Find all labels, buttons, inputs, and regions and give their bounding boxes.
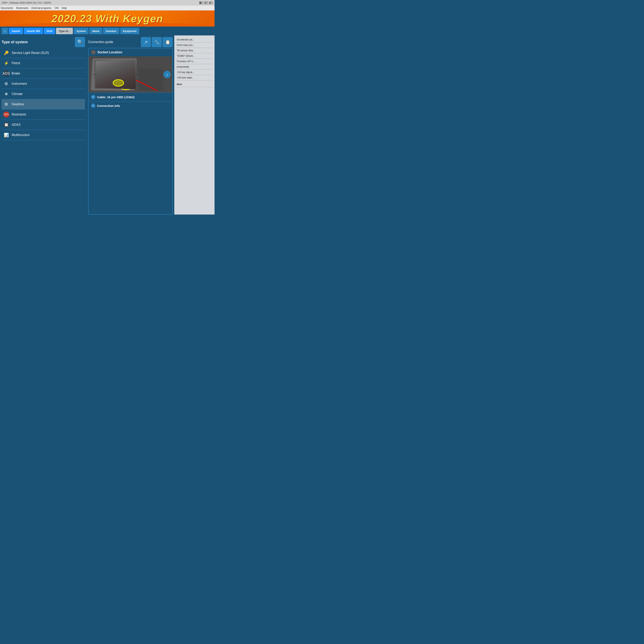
menu-help[interactable]: Help <box>62 7 67 9</box>
list-item-restraints[interactable]: SRS Restraints <box>2 109 85 120</box>
brake-label: Brake <box>12 72 20 75</box>
list-item-petrol[interactable]: ⚡ Petrol <box>2 58 85 68</box>
center-panel: Connection guide ↗ 🔧 📋 − Socket Location <box>87 35 174 215</box>
right-item-0[interactable]: Accelerator pe... <box>176 37 213 42</box>
main-content: Type of system 🔍 🔑 Service Light Reset (… <box>0 35 215 215</box>
tab-name[interactable]: Name <box>89 28 102 34</box>
brake-icon: ADS <box>3 70 9 76</box>
socket-image <box>89 56 172 93</box>
slr-label: Service Light Reset (SLR) <box>12 51 49 55</box>
tab-2018[interactable]: 2018 <box>44 28 55 34</box>
left-panel: Type of system 🔍 🔑 Service Light Reset (… <box>0 35 87 215</box>
notes-icon: 📋 <box>165 40 170 44</box>
system-list: 🔑 Service Light Reset (SLR) ⚡ Petrol ADS… <box>0 48 87 140</box>
conn-plus-icon[interactable]: + <box>91 103 95 108</box>
search-button[interactable]: 🔍 <box>75 37 85 47</box>
adas-label: ADAS <box>12 123 21 127</box>
gearbox-icon: ⚙ <box>3 101 9 107</box>
menu-documents[interactable]: Documents <box>1 7 13 9</box>
right-item-7[interactable]: +30 fuse state... <box>176 75 213 81</box>
multifunction-label: Multifunction <box>12 133 30 137</box>
action-buttons: ↗ 🔧 📋 <box>141 37 173 47</box>
restraints-icon: SRS <box>3 111 9 118</box>
tab-system[interactable]: System <box>74 28 89 34</box>
list-item-multifunction[interactable]: 📊 Multifunction <box>2 130 85 140</box>
export-button[interactable]: ↗ <box>141 37 151 47</box>
list-item-climate[interactable]: ❄ Climate <box>2 89 85 99</box>
restraints-label: Restraints <box>12 113 26 116</box>
list-item-slr[interactable]: 🔑 Service Light Reset (SLR) <box>2 48 85 58</box>
instrument-icon: ⚙ <box>3 81 9 87</box>
tab-type-of[interactable]: Type of... <box>56 28 73 34</box>
conn-info-text: Connection info <box>97 104 120 107</box>
connection-guide-title: Connection guide <box>88 40 113 44</box>
expand-icon[interactable]: ⤢ <box>204 1 208 4</box>
tab-gearbox[interactable]: Gearbox <box>103 28 119 34</box>
back-button[interactable]: ‹ <box>2 28 8 34</box>
center-header: Connection guide ↗ 🔧 📋 <box>88 35 173 48</box>
right-item-1[interactable]: Immo keys pro... <box>176 42 213 48</box>
socket-image-container: › <box>89 56 172 93</box>
gearbox-label: Gearbox <box>12 102 24 106</box>
export-icon: ↗ <box>144 40 148 44</box>
section-title: Type of system <box>2 40 73 44</box>
instrument-label: Instrument <box>12 82 27 86</box>
list-item-adas[interactable]: 🔲 ADAS <box>2 120 85 130</box>
menu-external-programs[interactable]: External programs <box>32 7 51 9</box>
right-panel: Accelerator pe... Immo keys pro... Tilt … <box>174 35 215 215</box>
multifunction-icon: 📊 <box>3 132 9 138</box>
petrol-icon: ⚡ <box>3 60 9 66</box>
right-item-2[interactable]: Tilt sensor disa... <box>176 48 213 53</box>
slr-icon: 🔑 <box>3 50 9 56</box>
adas-icon: 🔲 <box>3 122 9 128</box>
connection-box: − Socket Location <box>88 48 173 215</box>
banner-text: 2020.23 With Keygen <box>52 12 163 25</box>
search-icon: 🔍 <box>77 39 83 45</box>
tools-button[interactable]: 🔧 <box>152 37 162 47</box>
right-item-3[interactable]: "EOBD" (Electr... <box>176 53 213 59</box>
tab-equipment[interactable]: Equipment <box>120 28 139 34</box>
svg-point-5 <box>119 83 132 90</box>
climate-icon: ❄ <box>3 91 9 97</box>
right-item-6[interactable]: +15 key signal... <box>176 70 213 75</box>
climate-label: Climate <box>12 92 23 96</box>
right-item-4[interactable]: 'Function UP' k... <box>176 59 213 64</box>
list-item-gearbox[interactable]: ⚙ Gearbox <box>2 99 85 109</box>
chevron-up-icon[interactable]: ∧ <box>209 1 213 4</box>
next-label[interactable]: Next <box>176 81 213 87</box>
svg-rect-1 <box>91 58 137 91</box>
tab-abarth-500[interactable]: Abarth 500 <box>24 28 43 34</box>
nav-arrow-right[interactable]: › <box>163 71 171 78</box>
cable-plus-icon[interactable]: + <box>91 95 95 99</box>
socket-title: Socket Location <box>97 51 122 54</box>
cable-info: + Cable: 16 pin OBD (J1962) <box>89 93 172 101</box>
title-bar: CDP+ | Release 2020 (2020.23) | VCI: 100… <box>0 0 215 6</box>
tab-abarth[interactable]: Abarth <box>9 28 23 34</box>
menu-bar: Documents Bookmarks External programs VI… <box>0 6 215 10</box>
socket-location-header: − Socket Location <box>89 48 172 56</box>
left-panel-header: Type of system 🔍 <box>0 35 87 48</box>
socket-minus-icon: − <box>91 50 96 55</box>
menu-vin[interactable]: VIN <box>55 7 59 9</box>
cable-text: Cable: 16 pin OBD (J1962) <box>97 95 135 99</box>
petrol-label: Petrol <box>12 61 20 65</box>
conn-info: + Connection info <box>89 101 172 110</box>
svg-rect-2 <box>95 60 135 89</box>
grid-icon[interactable]: ⊞ <box>199 1 203 4</box>
menu-bookmarks[interactable]: Bookmarks <box>16 7 28 9</box>
title-bar-text: CDP+ | Release 2020 (2020.23) | VCI: 100… <box>2 1 51 4</box>
banner: 2020.23 With Keygen <box>0 10 215 27</box>
notes-button[interactable]: 📋 <box>163 37 173 47</box>
right-item-5[interactable]: (requested) <box>176 64 213 70</box>
title-bar-controls: ⊞ ⤢ ∧ <box>199 1 213 4</box>
tools-icon: 🔧 <box>154 40 159 44</box>
list-item-instrument[interactable]: ⚙ Instrument <box>2 79 85 89</box>
breadcrumb-bar: ‹ Abarth Abarth 500 2018 Type of... Syst… <box>0 27 215 35</box>
car-interior-svg <box>89 56 172 93</box>
list-item-brake[interactable]: ADS Brake <box>2 68 85 79</box>
